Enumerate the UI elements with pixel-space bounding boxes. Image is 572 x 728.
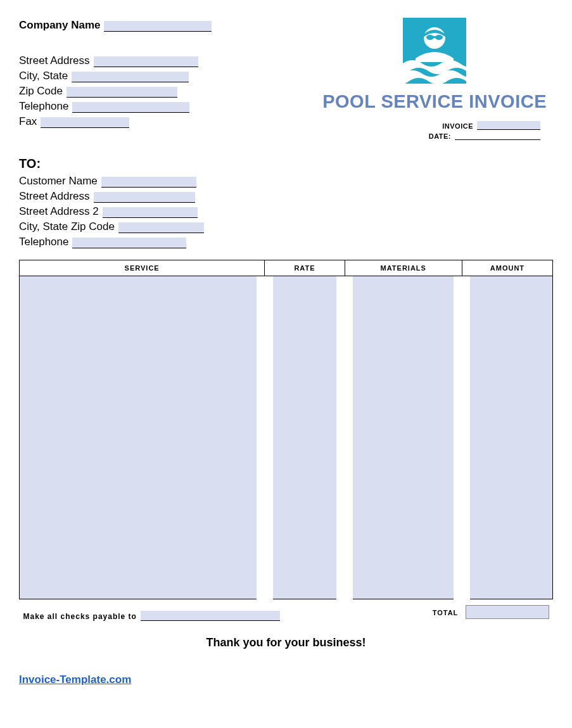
- customer-name-label: Customer Name: [19, 175, 98, 188]
- city-state-input[interactable]: [72, 72, 189, 82]
- payable-input[interactable]: [141, 611, 280, 621]
- fax-input[interactable]: [41, 117, 129, 128]
- invoice-date-label: DATE:: [429, 132, 451, 140]
- zip-label: Zip Code: [19, 85, 63, 98]
- header-row: Company Name Street Address City, State …: [19, 13, 553, 141]
- company-name-label: Company Name: [19, 19, 100, 32]
- logo-wrap: [322, 13, 547, 89]
- pool-logo-icon: [397, 13, 473, 89]
- col-materials: MATERIALS: [345, 260, 462, 276]
- company-info: Company Name Street Address City, State …: [19, 13, 322, 131]
- payable-label: Make all checks payable to: [23, 612, 137, 621]
- company-name-input[interactable]: [104, 21, 212, 32]
- brand-block: POOL SERVICE INVOICE INVOICE DATE:: [322, 13, 547, 141]
- invoice-number-label: INVOICE: [442, 122, 473, 130]
- total-label: TOTAL: [433, 609, 459, 616]
- rate-cell[interactable]: [265, 276, 345, 599]
- invoice-date-input[interactable]: [455, 131, 540, 140]
- customer-citystatezip-label: City, State Zip Code: [19, 220, 115, 233]
- telephone-input[interactable]: [72, 102, 189, 113]
- telephone-label: Telephone: [19, 100, 68, 113]
- col-service: SERVICE: [20, 260, 265, 276]
- materials-cell[interactable]: [345, 276, 462, 599]
- customer-street2-input[interactable]: [103, 207, 198, 218]
- invoice-meta: INVOICE DATE:: [322, 121, 540, 140]
- customer-info: Customer Name Street Address Street Addr…: [19, 175, 553, 248]
- street-label: Street Address: [19, 54, 90, 67]
- to-heading: TO:: [19, 156, 553, 171]
- col-rate: RATE: [265, 260, 345, 276]
- svg-point-2: [426, 35, 434, 40]
- city-state-label: City, State: [19, 70, 68, 82]
- line-items-table: SERVICE RATE MATERIALS AMOUNT: [19, 260, 553, 623]
- amount-cell[interactable]: [462, 276, 552, 599]
- col-amount: AMOUNT: [462, 260, 552, 276]
- brand-title: POOL SERVICE INVOICE: [322, 91, 547, 112]
- customer-citystatezip-input[interactable]: [118, 222, 204, 233]
- fax-label: Fax: [19, 115, 37, 128]
- template-source-link[interactable]: Invoice-Template.com: [19, 674, 131, 686]
- customer-street1-input[interactable]: [94, 192, 195, 203]
- customer-telephone-input[interactable]: [72, 238, 186, 248]
- footer-link-wrap: Invoice-Template.com: [19, 674, 553, 686]
- svg-rect-4: [433, 36, 436, 38]
- customer-telephone-label: Telephone: [19, 236, 68, 248]
- zip-input[interactable]: [67, 87, 177, 98]
- customer-street1-label: Street Address: [19, 190, 90, 203]
- service-cell[interactable]: [20, 276, 265, 599]
- total-amount-input[interactable]: [466, 605, 549, 619]
- thank-you-message: Thank you for your business!: [19, 636, 553, 649]
- customer-name-input[interactable]: [101, 177, 196, 188]
- street-input[interactable]: [94, 56, 198, 67]
- customer-street2-label: Street Address 2: [19, 205, 99, 218]
- svg-point-3: [435, 35, 443, 40]
- invoice-number-input[interactable]: [477, 121, 540, 130]
